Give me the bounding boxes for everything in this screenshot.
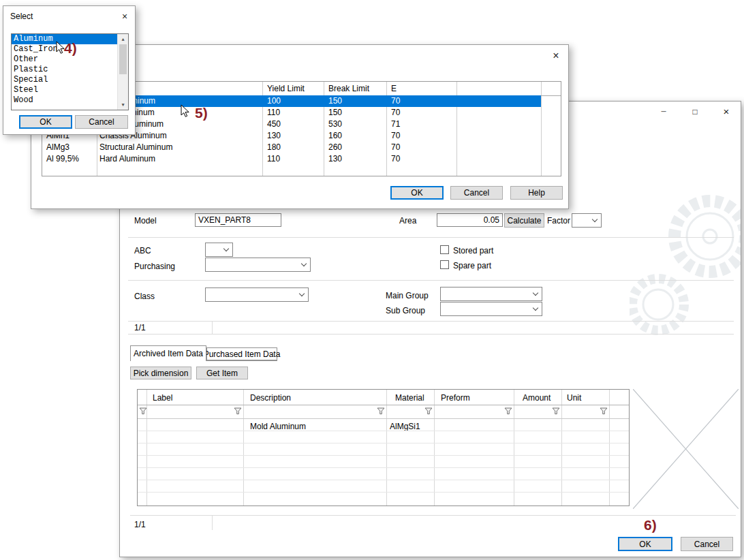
- scrollbar[interactable]: ▲ ▼: [117, 34, 128, 110]
- cell-yield[interactable]: 110: [267, 108, 280, 118]
- main-group-label: Main Group: [386, 291, 429, 300]
- scroll-up-icon[interactable]: ▲: [118, 34, 128, 44]
- get-item-button[interactable]: Get Item: [196, 367, 248, 379]
- tab-purchased-item-data[interactable]: Purchased Item Data: [206, 347, 277, 360]
- ok-button[interactable]: OK: [19, 115, 72, 129]
- cancel-button[interactable]: Cancel: [75, 115, 128, 129]
- close-button[interactable]: ×: [117, 10, 133, 23]
- minimize-icon: ─: [661, 108, 666, 115]
- filter-funnel-icon[interactable]: [504, 407, 512, 415]
- chevron-down-icon: [301, 260, 307, 266]
- column-header-material[interactable]: Material: [395, 393, 424, 403]
- cell-yield[interactable]: 180: [267, 142, 281, 153]
- cell-yield[interactable]: 110: [267, 154, 280, 164]
- grid-line: [514, 390, 514, 505]
- select-dialog: Select × Aluminum Cast_Iron Other Plasti…: [3, 5, 136, 135]
- minimize-button[interactable]: ─: [648, 102, 679, 121]
- filter-funnel-icon[interactable]: [600, 407, 608, 415]
- cell-name[interactable]: Al 99,5%: [46, 154, 79, 164]
- tab-archived-item-data[interactable]: Archived Item Data: [130, 345, 206, 361]
- cell-break[interactable]: 530: [328, 119, 342, 129]
- cell-e[interactable]: 70: [391, 154, 400, 164]
- cell-description[interactable]: Structural Aluminum: [99, 142, 172, 153]
- column-header-yield-limit[interactable]: Yield Limit: [267, 84, 305, 94]
- main-group-dropdown[interactable]: [440, 287, 542, 301]
- cancel-button[interactable]: Cancel: [681, 537, 733, 551]
- stored-part-checkbox[interactable]: [440, 245, 449, 254]
- model-label: Model: [134, 216, 157, 225]
- cell-e[interactable]: 70: [391, 96, 400, 106]
- close-button[interactable]: ×: [711, 102, 741, 121]
- grid-line: [609, 390, 610, 505]
- abc-label: ABC: [134, 246, 151, 255]
- pick-dimension-button[interactable]: Pick dimension: [130, 367, 191, 379]
- grid-line: [434, 390, 435, 505]
- filter-funnel-icon[interactable]: [424, 407, 433, 415]
- model-input[interactable]: VXEN_PART8: [195, 213, 281, 227]
- annotation-step-5: 5): [195, 106, 208, 121]
- list-item[interactable]: Special: [12, 75, 117, 85]
- stored-part-label: Stored part: [453, 246, 493, 255]
- cell-description[interactable]: Mold Aluminum: [250, 422, 306, 431]
- filter-funnel-icon[interactable]: [377, 407, 385, 415]
- separator: [128, 334, 734, 335]
- cell-break[interactable]: 130: [328, 154, 342, 164]
- area-input[interactable]: 0.05: [437, 213, 503, 227]
- column-header-break-limit[interactable]: Break Limit: [328, 84, 369, 94]
- cell-e[interactable]: 71: [391, 119, 400, 129]
- list-item[interactable]: Steel: [12, 85, 117, 95]
- chevron-down-icon: [223, 245, 229, 251]
- column-header-unit[interactable]: Unit: [567, 393, 581, 403]
- cell-break[interactable]: 260: [328, 142, 342, 153]
- scrollbar-thumb[interactable]: [119, 44, 127, 74]
- help-button[interactable]: Help: [510, 186, 563, 200]
- close-icon: ×: [553, 50, 559, 62]
- cell-yield[interactable]: 450: [267, 119, 281, 129]
- cell-description[interactable]: Hard Aluminum: [99, 154, 155, 164]
- cell-name[interactable]: AlMg3: [46, 142, 69, 153]
- cell-yield[interactable]: 130: [267, 131, 281, 141]
- ok-button[interactable]: OK: [390, 186, 444, 200]
- separator: [130, 515, 736, 516]
- chevron-down-icon: [533, 290, 538, 295]
- select-titlebar[interactable]: Select ×: [3, 6, 135, 28]
- column-header-amount[interactable]: Amount: [523, 393, 551, 403]
- cell-break[interactable]: 150: [328, 96, 342, 106]
- column-header-description[interactable]: Description: [250, 393, 291, 403]
- preview-picture-box[interactable]: [633, 389, 739, 509]
- spare-part-label: Spare part: [453, 261, 491, 270]
- dialog-title: Select: [10, 12, 33, 21]
- maximize-button[interactable]: □: [679, 102, 711, 121]
- cancel-button[interactable]: Cancel: [450, 186, 503, 200]
- cell-e[interactable]: 70: [391, 108, 400, 118]
- class-dropdown[interactable]: [205, 287, 309, 302]
- factor-dropdown[interactable]: [572, 213, 602, 228]
- cell-material[interactable]: AlMgSi1: [390, 422, 420, 431]
- area-label: Area: [399, 216, 416, 225]
- list-item[interactable]: Other: [12, 55, 117, 65]
- abc-dropdown[interactable]: [205, 243, 233, 257]
- filter-funnel-icon[interactable]: [234, 407, 242, 415]
- cell-break[interactable]: 160: [328, 131, 342, 141]
- spare-part-checkbox[interactable]: [440, 260, 449, 269]
- cell-e[interactable]: 70: [391, 142, 400, 153]
- close-button[interactable]: ×: [546, 48, 565, 63]
- item-grid: Label Description Material Preform Amoun…: [137, 389, 630, 506]
- column-header-preform[interactable]: Preform: [441, 393, 470, 403]
- column-header-label[interactable]: Label: [153, 393, 172, 403]
- list-item[interactable]: Plastic: [12, 65, 117, 75]
- close-icon: ×: [122, 11, 127, 22]
- ok-button[interactable]: OK: [618, 537, 672, 551]
- scroll-down-icon[interactable]: ▼: [118, 99, 128, 110]
- sub-group-dropdown[interactable]: [440, 302, 542, 316]
- calculate-button[interactable]: Calculate: [504, 213, 544, 228]
- cell-e[interactable]: 70: [391, 131, 400, 141]
- list-item[interactable]: Wood: [12, 95, 117, 106]
- column-header-e[interactable]: E: [391, 84, 397, 94]
- cell-break[interactable]: 150: [328, 108, 342, 118]
- maximize-icon: □: [692, 107, 697, 116]
- cell-yield[interactable]: 100: [267, 96, 281, 106]
- purchasing-dropdown[interactable]: [205, 258, 311, 272]
- filter-funnel-icon[interactable]: [139, 407, 147, 415]
- filter-funnel-icon[interactable]: [552, 407, 560, 415]
